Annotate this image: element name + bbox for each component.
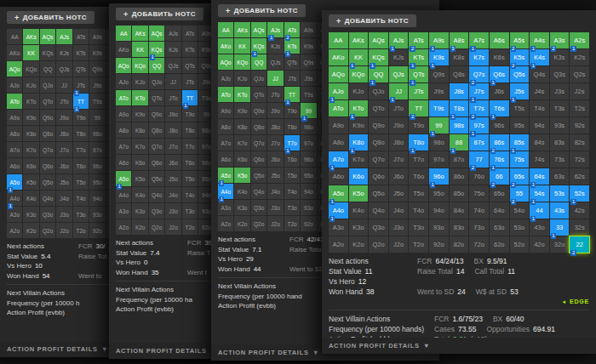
hand-cell-K9o[interactable]: K9o (234, 103, 249, 118)
hand-cell-98o[interactable]: 98o (89, 126, 105, 141)
hand-cell-J9o[interactable]: J9o (56, 110, 72, 125)
hand-cell-KJo[interactable]: KJo (132, 74, 147, 89)
hand-cell-99[interactable]: 991 (429, 117, 449, 134)
hand-cell-Q9o[interactable]: Q9o (40, 110, 55, 125)
hand-cell-KJs[interactable]: KJs (56, 45, 72, 60)
hand-cell-A7o[interactable]: A7o (218, 135, 233, 151)
hand-cell-Q4o[interactable]: Q4o (251, 184, 266, 199)
hand-cell-Q5o[interactable]: Q5o (40, 174, 55, 190)
hand-cell-ATs[interactable]: ATs2 (409, 32, 428, 48)
hand-cell-Q6o[interactable]: Q6o (40, 158, 55, 173)
hand-cell-J2o[interactable]: J2o (267, 216, 283, 231)
hand-cell-AKs[interactable]: AKs (349, 32, 369, 48)
hand-cell-74o[interactable]: 74o (469, 202, 489, 219)
hand-cell-97o[interactable]: 97o (89, 142, 105, 157)
hand-cell-32s[interactable]: 32s (570, 219, 589, 236)
hand-cell-85s[interactable]: 85s1 (510, 134, 530, 151)
hand-cell-J6o[interactable]: J6o (389, 168, 409, 185)
hand-cell-97o[interactable]: 97o (429, 151, 449, 168)
hand-cell-52o[interactable]: 52o (510, 236, 530, 253)
hand-cell-Q6o[interactable]: Q6o (369, 168, 388, 185)
hand-cell-86o[interactable]: 86o (450, 168, 469, 185)
hand-cell-Q9o[interactable]: Q9o (251, 103, 266, 118)
hand-cell-A5o[interactable]: A5o1 (116, 171, 131, 186)
hand-cell-J9o[interactable]: J9o (165, 106, 181, 122)
hand-cell-93o[interactable]: 93o (301, 200, 316, 215)
hand-cell-AKo[interactable]: AKo (116, 42, 131, 57)
hand-cell-62s[interactable]: 62s (570, 168, 589, 185)
hand-cell-J2o[interactable]: J2o (389, 236, 409, 253)
hand-cell-K2o[interactable]: K2o (234, 216, 249, 231)
hand-cell-Q4o[interactable]: Q4o (40, 191, 55, 206)
hand-cell-Q8o[interactable]: Q8o (369, 134, 388, 151)
hand-cell-Q2o[interactable]: Q2o (149, 219, 164, 235)
hand-cell-T3o[interactable]: T3o (182, 203, 198, 219)
hand-cell-Q3o[interactable]: Q3o (40, 207, 55, 222)
hand-cell-T4o[interactable]: T4o (73, 191, 89, 206)
hand-cell-53o[interactable]: 53o (510, 219, 530, 236)
hand-cell-A6o[interactable]: A6o (218, 151, 233, 167)
hand-cell-KQo[interactable]: KQo (132, 58, 147, 73)
hand-cell-KK[interactable]: KK (234, 38, 249, 54)
hand-cell-QTs[interactable]: QTs (182, 58, 198, 73)
hand-cell-92o[interactable]: 92o (89, 223, 105, 238)
hand-cell-K6o[interactable]: K6o (23, 158, 38, 173)
hand-cell-QJo[interactable]: QJo (40, 77, 55, 93)
hand-cell-J8o[interactable]: J8o (267, 119, 283, 134)
hand-cell-AJs[interactable]: AJs1 (389, 32, 409, 48)
hand-cell-A4s[interactable]: A4s1 (530, 32, 549, 48)
hand-cell-AKs[interactable]: AKs (132, 26, 147, 41)
hand-cell-A8o[interactable]: A8o (7, 126, 22, 141)
hand-cell-AQo[interactable]: AQo (329, 66, 348, 82)
hand-cell-AQs[interactable]: AQs (149, 26, 164, 41)
hand-cell-84o[interactable]: 84o (450, 202, 469, 219)
hand-cell-Q8o[interactable]: Q8o (40, 126, 55, 141)
hand-cell-AJo[interactable]: AJo1 (329, 83, 348, 100)
hand-cell-Q9s[interactable]: Q9s (301, 54, 316, 70)
hand-cell-94s[interactable]: 94s (530, 117, 549, 134)
hand-cell-ATo[interactable]: ATo (7, 94, 22, 109)
hand-cell-Q3s[interactable]: Q3s (550, 66, 570, 82)
hand-cell-T7o[interactable]: T7o (182, 139, 198, 154)
hand-cell-KJo[interactable]: KJo (234, 71, 249, 86)
hand-cell-A9o[interactable]: A9o (116, 106, 131, 122)
hand-cell-A9o[interactable]: A9o (329, 117, 348, 134)
hand-cell-AQo[interactable]: AQo (218, 54, 233, 70)
hand-cell-J5s[interactable]: J5s1 (510, 83, 530, 100)
hand-cell-KQo[interactable]: KQo (23, 61, 38, 77)
hand-cell-85o[interactable]: 85o (450, 185, 469, 202)
hand-cell-AKo[interactable]: AKo (218, 38, 233, 54)
hand-cell-22[interactable]: 222 (570, 236, 589, 253)
hand-cell-A5o[interactable]: A5o1 (7, 174, 22, 190)
hand-cell-K3o[interactable]: K3o (234, 200, 249, 215)
hand-cell-KJo[interactable]: KJo (349, 83, 369, 100)
hand-cell-K6s[interactable]: K6s (490, 49, 509, 65)
hand-cell-A8o[interactable]: A8o (329, 134, 348, 151)
hand-cell-J4o[interactable]: J4o (267, 184, 283, 199)
hand-cell-KQo[interactable]: KQo (234, 54, 249, 70)
hand-cell-JTo[interactable]: JTo (267, 87, 283, 102)
hand-cell-Q7o[interactable]: Q7o (40, 142, 55, 157)
hand-cell-A2o[interactable]: A2o (7, 223, 22, 238)
hand-cell-T3o[interactable]: T3o (73, 207, 89, 222)
hand-cell-A7s[interactable]: A7s1 (469, 32, 489, 48)
hand-cell-JTs[interactable]: JTs (182, 74, 198, 89)
hand-cell-73o[interactable]: 73o (469, 219, 489, 236)
hand-cell-K3o[interactable]: K3o (132, 203, 147, 219)
hand-cell-A2o[interactable]: A2o (329, 236, 348, 253)
hand-cell-74s[interactable]: 74s (530, 151, 549, 168)
hand-cell-82o[interactable]: 82o (450, 236, 469, 253)
hand-cell-Q2s[interactable]: Q2s (570, 66, 589, 82)
hand-cell-T4o[interactable]: T4o (409, 202, 428, 219)
hand-cell-K7o[interactable]: K7o (132, 139, 147, 154)
hand-cell-AJo[interactable]: AJo (218, 71, 233, 86)
hand-cell-J5o[interactable]: J5o (267, 168, 283, 183)
hand-cell-Q2o[interactable]: Q2o (369, 236, 388, 253)
hand-cell-ATo[interactable]: ATo (218, 87, 233, 102)
hand-cell-T4s[interactable]: T4s (530, 100, 549, 117)
hand-cell-Q6s[interactable]: Q6s1 (490, 66, 509, 82)
hand-cell-T4o[interactable]: T4o (182, 187, 198, 202)
hand-cell-Q7o[interactable]: Q7o (149, 139, 164, 154)
hand-cell-64o[interactable]: 64o (490, 202, 509, 219)
hand-cell-J9s[interactable]: J9s (301, 71, 316, 86)
